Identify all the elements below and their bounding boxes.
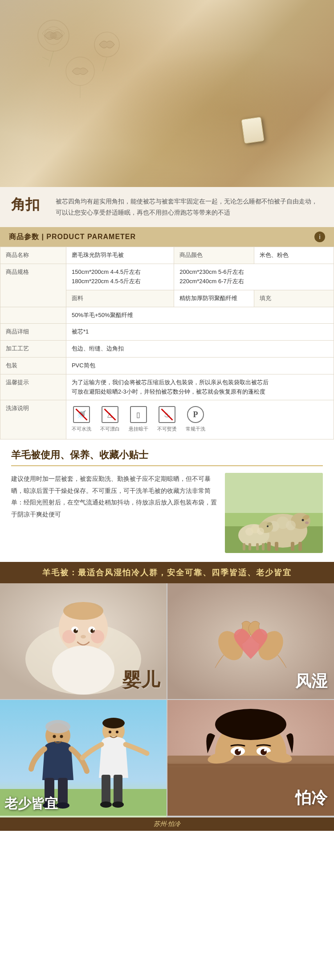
svg-rect-30 <box>243 543 245 550</box>
dry-clean-symbol: P <box>187 406 204 423</box>
svg-rect-68 <box>114 775 122 804</box>
param-value-craft: 包边、绗缝、边角扣 <box>66 341 334 358</box>
svg-point-22 <box>302 519 304 521</box>
svg-point-62 <box>56 802 69 809</box>
cold-label: 怕冷 <box>295 787 327 809</box>
table-row: 温馨提示 为了运输方便，我们会将被芯压缩后放入包装袋，所以亲从包装袋取出被芯后可… <box>0 374 334 400</box>
bottom-label: 苏州·怕冷 <box>0 817 334 831</box>
svg-point-47 <box>93 629 94 630</box>
svg-rect-67 <box>102 775 110 804</box>
svg-point-64 <box>60 735 63 738</box>
tips-section: 羊毛被使用、保养、收藏小贴士 建议使用时加一层被套，被套应勤洗、勤换被子应不定期… <box>0 439 334 562</box>
bottom-label-text: 苏州·怕冷 <box>154 820 180 827</box>
param-value-wash: 🚿 不可水洗 △ <box>66 400 334 439</box>
image-grid: 婴儿 风湿 <box>0 583 334 817</box>
wind-label: 风湿 <box>295 671 327 692</box>
no-water-label: 不可水洗 <box>72 425 91 433</box>
hang-dry-symbol: ▯ <box>130 406 147 423</box>
grid-cell-baby: 婴儿 <box>0 583 167 699</box>
svg-point-23 <box>305 521 309 524</box>
params-info-icon[interactable]: i <box>314 232 325 242</box>
baby-text: 婴儿 <box>122 669 160 690</box>
params-header-title: 商品参数 | PRODUCT PARAMETER <box>9 232 136 242</box>
table-row: 50%羊毛+50%聚酯纤维 <box>0 307 334 324</box>
grid-cell-cold: 怕冷 <box>167 700 334 816</box>
cold-text: 怕冷 <box>295 789 327 807</box>
param-label-fill: 填充 <box>254 290 334 307</box>
params-table: 商品名称 磨毛珠光防羽羊毛被 商品颜色 米色、粉色 商品规格 150cm*200… <box>0 247 334 439</box>
param-value-package: PVC简包 <box>66 357 334 374</box>
rose-pattern-svg <box>18 9 151 98</box>
wind-text: 风湿 <box>295 672 327 690</box>
param-value-name: 磨毛珠光防羽羊毛被 <box>66 247 174 264</box>
no-water-symbol: 🚿 <box>73 406 90 423</box>
wash-icon-hang-dry: ▯ 悬挂晾干 <box>129 406 148 433</box>
corner-button <box>241 117 264 144</box>
table-row-wash: 洗涤说明 🚿 不可水洗 <box>0 400 334 439</box>
wash-icon-no-bleach: △ 不可漂白 <box>100 406 120 433</box>
svg-line-5 <box>49 51 53 67</box>
svg-point-46 <box>76 629 77 630</box>
param-value-material: 精纺加厚防羽聚酯纤维 <box>174 290 254 307</box>
svg-rect-14 <box>225 473 323 513</box>
param-label-tip: 温馨提示 <box>0 374 66 400</box>
svg-point-50 <box>62 630 76 643</box>
svg-point-48 <box>81 635 86 638</box>
corner-title: 角扣 <box>11 196 47 213</box>
svg-line-6 <box>42 57 49 60</box>
tips-content-row: 建议使用时加一层被套，被套应勤洗、勤换被子应不定期晾晒，但不可暴晒，晾凉后置于干… <box>11 473 323 553</box>
svg-rect-21 <box>298 542 302 551</box>
table-row: 包装 PVC简包 <box>0 357 334 374</box>
no-iron-label: 不可熨烫 <box>157 425 177 433</box>
tips-text: 建议使用时加一层被套，被套应勤洗、勤换被子应不定期晾晒，但不可暴晒，晾凉后置于干… <box>11 473 218 553</box>
svg-point-63 <box>53 735 56 738</box>
wash-icon-dry-clean: P 常规干洗 <box>186 406 205 433</box>
svg-rect-32 <box>256 543 259 550</box>
svg-point-70 <box>112 801 124 808</box>
no-iron-symbol: ♨ <box>159 406 175 423</box>
svg-point-85 <box>264 749 266 751</box>
svg-point-69 <box>100 801 112 808</box>
param-label-wash: 洗涤说明 <box>0 400 66 439</box>
param-label-package: 包装 <box>0 357 66 374</box>
old-young-text: 老少皆宜 <box>4 796 58 811</box>
table-row: 商品详细 被芯*1 <box>0 324 334 341</box>
corner-section: 角扣 被芯四角均有超实用角扣，能使被芯与被套牢牢固定在一起，无论怎么睡都不怕被子… <box>0 187 334 227</box>
svg-rect-33 <box>262 543 265 550</box>
hero-image <box>0 0 334 187</box>
tips-title: 羊毛被使用、保养、收藏小贴士 <box>11 448 323 466</box>
hang-dry-label: 悬挂晾干 <box>129 425 148 433</box>
table-row: 商品规格 150cm*200cm 4-4.5斤左右180cm*220cm 4.5… <box>0 264 334 290</box>
benefits-title: 羊毛被：最适合风湿怕冷人群，安全可靠、四季皆适、老少皆宜 <box>9 567 325 578</box>
svg-point-58 <box>45 720 70 733</box>
svg-point-37 <box>257 528 264 535</box>
corner-description: 被芯四角均有超实用角扣，能使被芯与被套牢牢固定在一起，无论怎么睡都不怕被子自由走… <box>56 196 323 218</box>
param-label-spec: 商品规格 <box>0 264 66 307</box>
svg-line-9 <box>76 409 87 420</box>
svg-rect-19 <box>275 542 278 551</box>
baby-label: 婴儿 <box>122 667 160 692</box>
param-label-material: 面料 <box>66 290 174 307</box>
param-label-name: 商品名称 <box>0 247 66 264</box>
wash-icon-no-water: 🚿 不可水洗 <box>72 406 91 433</box>
grid-cell-wind: 风湿 <box>167 583 334 699</box>
benefits-section: 羊毛被：最适合风湿怕冷人群，安全可靠、四季皆适、老少皆宜 <box>0 562 334 583</box>
dry-clean-label: 常规干洗 <box>186 425 205 433</box>
wash-icon-no-iron: ♨ 不可熨烫 <box>157 406 177 433</box>
table-row: 商品名称 磨毛珠光防羽羊毛被 商品颜色 米色、粉色 <box>0 247 334 264</box>
param-value-color: 米色、粉色 <box>254 247 334 264</box>
svg-point-66 <box>102 718 125 728</box>
wash-icons-row: 🚿 不可水洗 △ <box>72 404 328 435</box>
svg-line-11 <box>161 409 172 420</box>
svg-line-7 <box>102 57 107 71</box>
svg-point-84 <box>238 749 240 751</box>
svg-point-51 <box>91 630 104 643</box>
param-label-craft: 加工工艺 <box>0 341 66 358</box>
grid-cell-old: 老少皆宜 <box>0 700 167 817</box>
sheep-svg <box>225 473 323 553</box>
param-label-color: 商品颜色 <box>174 247 254 264</box>
no-bleach-label: 不可漂白 <box>100 425 120 433</box>
svg-point-34 <box>267 525 269 527</box>
table-row: 加工工艺 包边、绗缝、边角扣 <box>0 341 334 358</box>
svg-point-26 <box>286 520 296 530</box>
